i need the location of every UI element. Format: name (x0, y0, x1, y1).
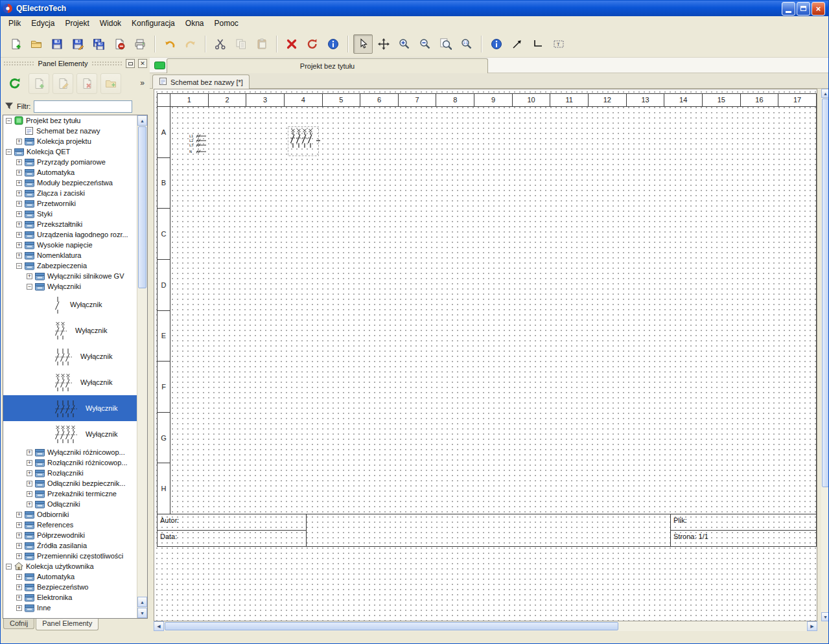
collapse-icon[interactable]: − (6, 564, 12, 569)
tree-item-35[interactable]: +Automatyka (3, 571, 147, 582)
expand-icon[interactable]: + (16, 242, 22, 248)
expand-icon[interactable]: + (16, 222, 22, 227)
menu-projekt[interactable]: Projekt (60, 17, 94, 30)
tree-item-14[interactable]: −Zabezpieczenia (3, 260, 147, 271)
expand-icon[interactable]: + (16, 543, 22, 549)
expand-icon[interactable]: + (27, 501, 32, 507)
edit-element-button[interactable] (53, 73, 73, 94)
toolbar-overflow-chevron[interactable]: » (137, 77, 147, 89)
dock-float-button[interactable] (126, 59, 135, 68)
collapse-icon[interactable]: − (6, 149, 12, 155)
expand-icon[interactable]: + (16, 201, 22, 207)
save-button[interactable] (47, 34, 67, 54)
tree-item-27[interactable]: +Przekaźniki termiczne (3, 489, 147, 499)
grid-area[interactable] (170, 107, 816, 514)
open-project-button[interactable] (27, 34, 46, 54)
scroll-up-button[interactable]: ▲ (821, 89, 829, 98)
expand-icon[interactable]: + (16, 159, 22, 165)
menu-plik[interactable]: Plik (3, 17, 26, 30)
zoom-reset-button[interactable]: 1:1 (457, 34, 476, 54)
add-corner-button[interactable] (528, 34, 548, 54)
tree-item-32[interactable]: +Źródła zasilania (3, 540, 147, 551)
tree-item-13[interactable]: +Nomenklatura (3, 250, 147, 260)
redo-button[interactable] (181, 34, 200, 54)
collapse-icon[interactable]: − (6, 118, 12, 124)
tree-item-29[interactable]: +Odbiorniki (3, 509, 147, 520)
tree-item-28[interactable]: +Odłączniki (3, 499, 147, 509)
save-as-button[interactable] (68, 34, 88, 54)
tree-item-4[interactable]: +Przyrządy pomiarowe (3, 157, 147, 167)
expand-icon[interactable]: + (16, 211, 22, 217)
menu-widok[interactable]: Widok (95, 17, 126, 30)
expand-icon[interactable]: + (27, 470, 32, 476)
scroll-up-button[interactable]: ▲ (137, 115, 147, 126)
delete-element-button[interactable] (76, 73, 97, 94)
close-project-button[interactable] (110, 34, 129, 54)
tree-item-6[interactable]: +Moduły bezpieczeństwa (3, 178, 147, 188)
tab-project[interactable]: Projekt bez tytułu (167, 58, 488, 73)
expand-icon[interactable]: + (16, 553, 22, 559)
tree-item-22[interactable]: Wyłącznik (3, 421, 147, 447)
new-project-button[interactable] (6, 34, 25, 54)
canvas-horizontal-scrollbar[interactable]: ◀ ▶ (154, 621, 817, 631)
expand-icon[interactable]: + (27, 481, 32, 487)
tree-item-1[interactable]: Schemat bez nazwy (3, 126, 147, 136)
new-element-button[interactable] (29, 73, 49, 94)
delete-button[interactable] (282, 34, 301, 54)
tree-item-38[interactable]: +Inne (3, 603, 147, 613)
expand-icon[interactable]: + (16, 180, 22, 186)
expand-icon[interactable]: + (16, 574, 22, 580)
collapse-icon[interactable]: − (27, 284, 32, 290)
expand-icon[interactable]: + (27, 273, 32, 279)
diagram-info-button[interactable] (487, 34, 506, 54)
expand-icon[interactable]: + (16, 253, 22, 259)
tree-item-5[interactable]: +Automatyka (3, 167, 147, 178)
tree-item-30[interactable]: +References (3, 520, 147, 530)
zoom-fit-button[interactable] (436, 34, 456, 54)
menu-konfiguracja[interactable]: Konfiguracja (126, 17, 180, 30)
add-conductor-button[interactable] (508, 34, 527, 54)
expand-icon[interactable]: + (16, 512, 22, 518)
select-mode-button[interactable] (353, 34, 373, 54)
tree-item-24[interactable]: +Rozłączniki różnicowop... (3, 457, 147, 468)
zoom-out-button[interactable] (415, 34, 435, 54)
scroll-thumb[interactable] (822, 98, 829, 487)
reload-collections-button[interactable] (5, 73, 25, 94)
pan-mode-button[interactable] (374, 34, 393, 54)
zoom-in-button[interactable] (395, 34, 414, 54)
tree-item-34[interactable]: −Kolekcja użytkownika (3, 561, 147, 571)
tree-item-25[interactable]: +Rozłączniki (3, 468, 147, 478)
undo-button[interactable] (160, 34, 180, 54)
tree-item-3[interactable]: −Kolekcja QET (3, 146, 147, 157)
tree-item-12[interactable]: +Wysokie napięcie (3, 240, 147, 250)
add-text-button[interactable]: T (549, 34, 568, 54)
tree-item-10[interactable]: +Przekształtniki (3, 219, 147, 229)
expand-icon[interactable]: + (16, 190, 22, 196)
menu-pomoc[interactable]: Pomoc (209, 17, 243, 30)
tree-item-36[interactable]: +Bezpieczeństwo (3, 582, 147, 592)
tree-item-17[interactable]: Wyłącznik (3, 292, 147, 317)
scroll-right-button[interactable]: ▶ (807, 621, 817, 631)
expand-icon[interactable]: + (27, 450, 32, 455)
cut-button[interactable] (211, 34, 230, 54)
tree-item-33[interactable]: +Przemienniki częstotliwości (3, 551, 147, 561)
tree-item-7[interactable]: +Złącza i zaciski (3, 188, 147, 198)
expand-icon[interactable]: + (27, 491, 32, 497)
restore-button[interactable] (797, 2, 810, 16)
tab-schema[interactable]: Schemat bez nazwy [*] (152, 75, 250, 89)
minimize-button[interactable] (782, 2, 795, 16)
tree-scrollbar[interactable]: ▲ ▲ ▼ (137, 115, 147, 618)
scroll-thumb[interactable] (138, 126, 146, 288)
expand-icon[interactable]: + (16, 584, 22, 590)
print-button[interactable] (130, 34, 150, 54)
expand-icon[interactable]: + (16, 170, 22, 176)
scroll-thumb[interactable] (165, 622, 618, 630)
tree-item-8[interactable]: +Przetworniki (3, 198, 147, 209)
element-info-button[interactable] (323, 34, 343, 54)
scroll-down-button[interactable]: ▼ (821, 612, 829, 621)
tree-item-9[interactable]: +Styki (3, 209, 147, 219)
expand-icon[interactable]: + (16, 533, 22, 538)
paste-button[interactable] (252, 34, 272, 54)
expand-icon[interactable]: + (16, 232, 22, 238)
scroll-down-button[interactable]: ▼ (137, 608, 147, 618)
